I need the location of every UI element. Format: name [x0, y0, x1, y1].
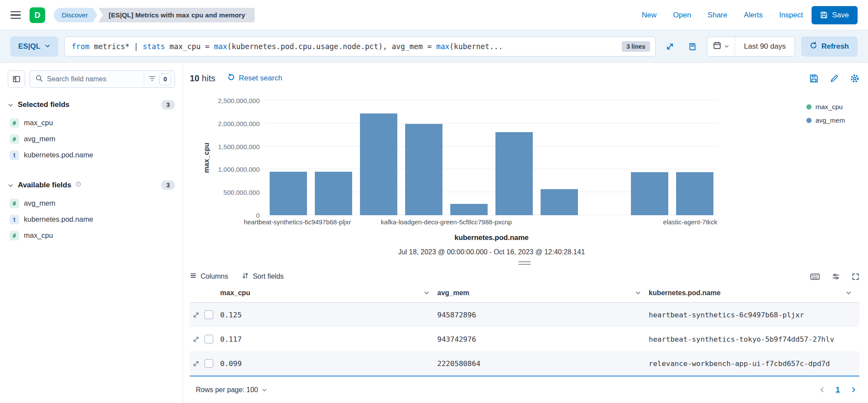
date-picker-menu-button[interactable]	[707, 37, 735, 56]
chevron-down-icon[interactable]	[424, 290, 429, 296]
esql-query-input[interactable]: from metrics* | stats max_cpu = max(kube…	[64, 37, 656, 57]
field-item-avg_mem[interactable]: #avg_mem	[8, 131, 175, 147]
columns-button[interactable]: Columns	[190, 272, 228, 281]
space-avatar[interactable]: D	[30, 7, 45, 23]
chart-resize-handle[interactable]	[518, 261, 531, 265]
field-name: avg_mem	[24, 199, 55, 207]
page-1-button[interactable]: 1	[836, 386, 840, 394]
field-type-number-icon: #	[10, 199, 19, 208]
keyboard-shortcuts-icon[interactable]	[810, 273, 820, 280]
field-item-avg_mem[interactable]: #avg_mem	[8, 195, 175, 211]
chevron-down-icon[interactable]	[846, 290, 851, 296]
header-link-alerts[interactable]: Alerts	[744, 11, 762, 20]
chevron-down-icon	[8, 183, 13, 188]
expand-row-icon[interactable]	[192, 360, 200, 367]
rows-per-page-button[interactable]: Rows per page: 100	[196, 386, 267, 394]
column-header-kubernetes.pod.name[interactable]: kubernetes.pod.name	[649, 289, 859, 297]
bar[interactable]	[270, 172, 307, 215]
refresh-icon	[810, 42, 817, 51]
expand-row-icon[interactable]	[192, 336, 200, 343]
edit-visualization-pencil-icon[interactable]	[830, 74, 839, 83]
legend-dot-icon	[806, 118, 812, 123]
x-tick-label: heartbeat-synthetics-6c9497b68-pljxr	[244, 218, 351, 226]
save-visualization-icon[interactable]	[809, 74, 818, 83]
query-text: from metrics* | stats max_cpu = max(kube…	[72, 42, 617, 51]
display-options-icon[interactable]	[832, 273, 840, 280]
header-link-inspect[interactable]: Inspect	[779, 11, 803, 20]
info-icon[interactable]: ?	[76, 181, 81, 187]
next-page-icon[interactable]	[850, 386, 857, 393]
column-header-label: max_cpu	[220, 289, 250, 297]
breadcrumb-discover[interactable]: Discover	[54, 8, 97, 23]
field-section-header[interactable]: Selected fields3	[8, 99, 175, 110]
bar[interactable]	[360, 113, 397, 215]
legend-item-max_cpu[interactable]: max_cpu	[806, 103, 859, 111]
esql-language-button[interactable]: ES|QL	[10, 37, 58, 57]
prev-page-icon[interactable]	[819, 386, 825, 393]
field-name: avg_mem	[24, 135, 55, 143]
chart-xticks: heartbeat-synthetics-6c9497b68-pljxrkafk…	[266, 215, 717, 226]
legend-item-avg_mem[interactable]: avg_mem	[806, 117, 859, 124]
filter-count-badge: 0	[159, 73, 171, 85]
query-segment: |	[134, 42, 142, 51]
collapse-sidebar-button[interactable]	[8, 70, 25, 88]
bar[interactable]	[676, 172, 713, 215]
time-range-button[interactable]: Last 90 days	[735, 42, 794, 51]
expand-editor-icon[interactable]	[662, 38, 678, 55]
query-segment: max_cpu =	[165, 42, 214, 51]
row-controls	[190, 310, 220, 319]
query-segment: (kubernetes.pod.cpu.usage.node.pct), avg…	[227, 42, 436, 51]
row-controls	[190, 359, 220, 368]
y-axis-title: max_cpu	[203, 143, 211, 173]
svg-text:?: ?	[78, 182, 79, 185]
table-row: 0.125945872896heartbeat-synthetics-6c949…	[190, 303, 859, 327]
sort-icon	[242, 272, 249, 281]
lines-count-badge[interactable]: 3 lines	[622, 41, 650, 52]
sort-fields-button[interactable]: Sort fields	[242, 272, 284, 281]
bar[interactable]	[315, 172, 352, 215]
field-item-kubernetes.pod.name[interactable]: tkubernetes.pod.name	[8, 147, 175, 163]
expand-row-icon[interactable]	[192, 311, 200, 319]
search-input[interactable]	[47, 75, 140, 83]
menu-icon[interactable]	[10, 11, 21, 19]
legend-dot-icon	[806, 104, 812, 110]
field-item-max_cpu[interactable]: #max_cpu	[8, 227, 175, 243]
field-type-string-icon: t	[10, 150, 19, 160]
reset-label: Reset search	[239, 74, 282, 83]
save-icon	[820, 11, 828, 19]
bar[interactable]	[450, 204, 487, 215]
x-axis-title: kubernetes.pod.name	[190, 233, 717, 243]
bar[interactable]	[631, 172, 668, 215]
chevron-down-icon[interactable]	[635, 290, 641, 296]
header-link-new[interactable]: New	[642, 11, 657, 20]
date-picker: Last 90 days	[707, 37, 795, 57]
field-item-max_cpu[interactable]: #max_cpu	[8, 115, 175, 131]
row-checkbox[interactable]	[205, 335, 213, 343]
reset-icon	[228, 73, 235, 83]
discover-app: D Discover [ES|QL] Metrics with max cpu …	[0, 0, 868, 403]
bar[interactable]	[541, 189, 578, 215]
calendar-icon	[713, 41, 721, 51]
save-button[interactable]: Save	[812, 6, 858, 24]
chart-plot[interactable]	[266, 100, 717, 215]
field-filter-button[interactable]: 0	[144, 73, 171, 85]
header-link-open[interactable]: Open	[673, 11, 691, 20]
column-header-max_cpu[interactable]: max_cpu	[220, 289, 437, 297]
cell-max_cpu: 0.099	[220, 360, 437, 368]
refresh-button[interactable]: Refresh	[801, 37, 858, 57]
row-checkbox[interactable]	[205, 359, 213, 368]
fullscreen-icon[interactable]	[852, 273, 859, 280]
row-checkbox[interactable]	[205, 310, 213, 319]
chevron-down-icon	[45, 42, 50, 51]
table-row: 0.0992220580864relevance-workbench-app-u…	[190, 351, 859, 376]
bar[interactable]	[405, 124, 442, 215]
chart-options-gear-icon[interactable]	[850, 74, 859, 83]
field-section-header[interactable]: Available fields?3	[8, 180, 175, 191]
bar-slot	[537, 100, 582, 215]
header-link-share[interactable]: Share	[708, 11, 727, 20]
documentation-book-icon[interactable]	[684, 38, 701, 55]
bar[interactable]	[495, 132, 532, 215]
column-header-avg_mem[interactable]: avg_mem	[437, 289, 649, 297]
field-item-kubernetes.pod.name[interactable]: tkubernetes.pod.name	[8, 211, 175, 227]
reset-search-button[interactable]: Reset search	[228, 73, 282, 83]
